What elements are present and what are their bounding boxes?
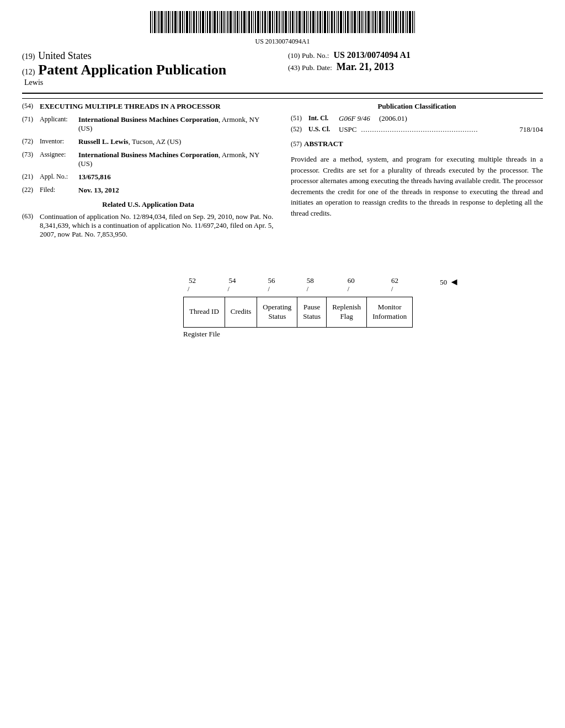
svg-rect-19 [193, 11, 195, 33]
svg-rect-101 [382, 11, 383, 33]
svg-rect-15 [184, 11, 185, 33]
abstract-section: (57) ABSTRACT Provided are a method, sys… [291, 140, 543, 218]
slash-62: / [391, 285, 393, 293]
cell-replenish-flag: ReplenishFlag [327, 297, 367, 328]
svg-rect-25 [207, 11, 208, 33]
table-row: Thread ID Credits OperatingStatus PauseS… [184, 297, 413, 328]
svg-rect-12 [178, 11, 178, 33]
assignee-name: International Business Machines Corporat… [78, 151, 218, 159]
svg-rect-51 [267, 11, 268, 33]
svg-rect-40 [241, 11, 242, 33]
header-section: (19) United States (12) Patent Applicati… [22, 50, 543, 87]
filed-content: Nov. 13, 2012 [78, 186, 274, 195]
cell-thread-id: Thread ID [184, 297, 225, 328]
svg-rect-85 [345, 11, 346, 33]
svg-rect-70 [310, 11, 311, 33]
svg-rect-0 [150, 11, 151, 33]
svg-rect-95 [367, 11, 370, 33]
main-content: (54) EXECUTING MULTIPLE THREADS IN A PRO… [22, 102, 543, 243]
svg-rect-113 [409, 11, 411, 33]
svg-rect-41 [243, 11, 246, 33]
svg-rect-86 [347, 11, 349, 33]
pub-number: US 2013/0074094 A1 [333, 50, 411, 60]
register-file-label: Register File [183, 330, 426, 339]
svg-rect-61 [290, 11, 291, 33]
continuation-content: Continuation of application No. 12/894,0… [40, 212, 274, 239]
svg-rect-79 [331, 11, 333, 33]
svg-rect-63 [295, 11, 295, 33]
svg-rect-16 [186, 11, 188, 33]
related-title: Related U.S. Application Data [22, 200, 274, 209]
int-cl-value: G06F 9/46 (2006.01) [339, 114, 543, 123]
arrow-50: ◄ [449, 276, 459, 288]
title-content: EXECUTING MULTIPLE THREADS IN A PROCESSO… [40, 102, 274, 111]
svg-rect-87 [350, 11, 350, 33]
applicant-content: International Business Machines Corporat… [78, 115, 274, 133]
svg-rect-88 [351, 11, 353, 33]
svg-rect-34 [227, 11, 228, 33]
barcode-section [22, 11, 543, 35]
svg-rect-52 [269, 11, 271, 33]
svg-rect-73 [317, 11, 318, 33]
svg-rect-23 [202, 11, 204, 33]
pub-date: Mar. 21, 2013 [337, 61, 394, 73]
svg-rect-21 [198, 11, 199, 33]
svg-rect-96 [371, 11, 371, 33]
left-column: (54) EXECUTING MULTIPLE THREADS IN A PRO… [22, 102, 274, 243]
svg-rect-71 [312, 11, 315, 33]
svg-rect-46 [255, 11, 256, 33]
pub-type-prefix: (12) [22, 68, 35, 77]
assignee-row: (73) Assignee: International Business Ma… [22, 151, 274, 168]
us-cl-label: U.S. Cl. [308, 125, 339, 134]
svg-rect-57 [281, 11, 281, 33]
continuation-num: (63) [22, 212, 40, 239]
applicant-row: (71) Applicant: International Business M… [22, 115, 274, 133]
pub-class-title: Publication Classification [291, 102, 543, 111]
svg-rect-43 [248, 11, 250, 33]
svg-rect-20 [196, 11, 197, 33]
title-field-num: (54) [22, 102, 40, 111]
pub-number-prefix: (10) Pub. No.: [288, 51, 329, 60]
svg-rect-107 [395, 11, 397, 33]
svg-rect-36 [233, 11, 233, 33]
assignee-num: (73) [22, 151, 40, 168]
svg-rect-47 [257, 11, 259, 33]
svg-rect-115 [414, 11, 415, 33]
svg-rect-11 [174, 11, 177, 33]
appl-content: 13/675,816 [78, 173, 274, 181]
svg-rect-69 [308, 11, 309, 33]
col-num-56: 56 [268, 276, 275, 285]
svg-rect-66 [302, 11, 302, 33]
classification-section: (51) Int. Cl. G06F 9/46 (2006.01) (52) U… [291, 114, 543, 134]
col-num-52: 52 [189, 276, 196, 285]
svg-rect-80 [334, 11, 335, 33]
label-62: 62 / [378, 276, 426, 293]
svg-rect-31 [221, 11, 222, 33]
svg-rect-44 [251, 11, 252, 33]
svg-rect-90 [357, 11, 358, 33]
svg-rect-13 [179, 11, 181, 33]
table-wrapper: Thread ID Credits OperatingStatus PauseS… [183, 297, 426, 328]
cell-pause-status: PauseStatus [297, 297, 327, 328]
svg-rect-106 [393, 11, 394, 33]
svg-rect-39 [239, 11, 240, 33]
svg-rect-18 [191, 11, 192, 33]
continuation-row: (63) Continuation of application No. 12/… [22, 212, 274, 239]
svg-rect-83 [340, 11, 342, 33]
abstract-num: (57) [291, 140, 302, 148]
filed-label: Filed: [40, 186, 78, 195]
cell-credits: Credits [225, 297, 257, 328]
svg-rect-54 [274, 11, 275, 33]
svg-rect-68 [306, 11, 307, 33]
svg-rect-114 [412, 11, 413, 33]
svg-rect-38 [237, 11, 238, 33]
svg-rect-89 [354, 11, 356, 33]
appl-label: Appl. No.: [40, 173, 78, 181]
us-cl-row: (52) U.S. Cl. USPC .....................… [291, 125, 543, 134]
svg-rect-97 [372, 11, 374, 33]
svg-rect-28 [214, 11, 216, 33]
col-num-60: 60 [348, 276, 355, 285]
label-60: 60 / [335, 276, 378, 293]
bracket-50-label: 50 ◄ [440, 276, 459, 288]
inventor-full-name: Russell L. Lewis [78, 137, 129, 146]
